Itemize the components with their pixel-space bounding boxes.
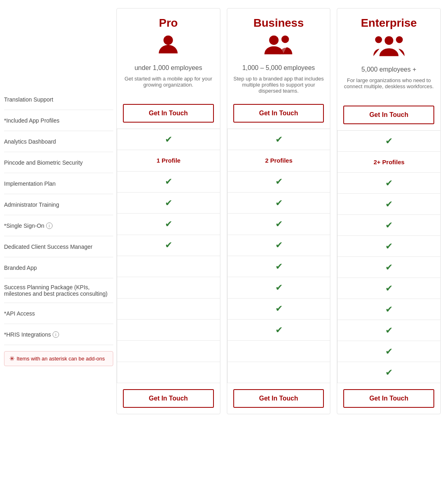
plan-header-pro: Pro under 1,000 employeesGet started wit… xyxy=(117,8,220,129)
cell-pro-client_success_manager xyxy=(117,277,220,298)
checkmark-icon: ✔ xyxy=(275,176,283,187)
feature-label-pincode_biometric: Pincode and Biometric Security xyxy=(4,152,113,173)
checkmark-icon: ✔ xyxy=(385,262,393,273)
checkmark-icon: ✔ xyxy=(385,283,393,294)
cell-enterprise-success_planning: ✔ xyxy=(337,320,440,341)
plan-employees-pro: under 1,000 employees xyxy=(123,64,214,72)
plan-icon-pro xyxy=(123,34,214,59)
plan-description-pro: Get started with a mobile app for your g… xyxy=(123,76,214,98)
cell-enterprise-api_access: ✔ xyxy=(337,341,440,362)
cta-top-enterprise[interactable]: Get In Touch xyxy=(343,106,434,124)
checkmark-icon: ✔ xyxy=(275,240,283,250)
cell-pro-single_sign_on xyxy=(117,256,220,277)
plan-columns: Pro under 1,000 employeesGet started wit… xyxy=(113,8,444,414)
feature-label-branded_app: Branded App xyxy=(4,257,113,278)
cell-enterprise-app_profiles: 2+ Profiles xyxy=(337,152,440,173)
checkmark-icon: ✔ xyxy=(275,261,283,272)
cell-business-api_access xyxy=(227,341,330,362)
feature-labels: Translation Support*Included App Profile… xyxy=(4,89,113,345)
checkmark-icon: ✔ xyxy=(275,134,283,145)
plan-description-enterprise: For large organizations who need to conn… xyxy=(343,77,434,100)
info-icon[interactable]: i xyxy=(46,222,53,229)
plan-col-business: Business 1,000 – 5,000 employeesStep up … xyxy=(227,8,331,414)
checkmark-icon: ✔ xyxy=(385,346,393,357)
plan-name-business: Business xyxy=(233,17,324,30)
svg-point-2 xyxy=(281,36,289,43)
feature-label-administrator_training: Administrator Training xyxy=(4,194,113,215)
cell-pro-pincode_biometric: ✔ xyxy=(117,193,220,214)
cta-top-pro[interactable]: Get In Touch xyxy=(123,104,214,123)
cell-business-branded_app: ✔ xyxy=(227,299,330,320)
cell-pro-success_planning xyxy=(117,320,220,341)
cell-business-analytics_dashboard: ✔ xyxy=(227,172,330,193)
checkmark-icon: ✔ xyxy=(165,219,172,229)
checkmark-icon: ✔ xyxy=(385,325,393,336)
feature-label-implementation_plan: Implementation Plan xyxy=(4,173,113,194)
cell-enterprise-translation_support: ✔ xyxy=(337,131,440,152)
cell-pro-hris_integrations xyxy=(117,362,220,383)
svg-point-1 xyxy=(269,36,279,45)
checkmark-icon: ✔ xyxy=(385,199,393,210)
cell-enterprise-pincode_biometric: ✔ xyxy=(337,194,440,215)
svg-point-4 xyxy=(375,36,382,43)
profile-text: 2 Profiles xyxy=(265,157,293,164)
cell-pro-implementation_plan: ✔ xyxy=(117,214,220,235)
cell-pro-translation_support: ✔ xyxy=(117,129,220,150)
cell-enterprise-single_sign_on: ✔ xyxy=(337,257,440,278)
checkmark-icon: ✔ xyxy=(275,219,283,229)
cell-business-administrator_training: ✔ xyxy=(227,235,330,256)
plan-header-enterprise: Enterprise 5,000 employees +For large or… xyxy=(337,8,440,131)
cell-enterprise-administrator_training: ✔ xyxy=(337,236,440,257)
feature-label-hris_integrations: *HRIS Integrationsi xyxy=(4,324,113,345)
cell-business-hris_integrations xyxy=(227,362,330,383)
cell-business-app_profiles: 2 Profiles xyxy=(227,150,330,171)
checkmark-icon: ✔ xyxy=(385,304,393,315)
bottom-cta-wrapper-enterprise: Get In Touch xyxy=(337,383,440,414)
plan-name-enterprise: Enterprise xyxy=(343,17,434,30)
cta-bottom-enterprise[interactable]: Get In Touch xyxy=(343,389,434,408)
cell-business-implementation_plan: ✔ xyxy=(227,214,330,235)
cell-business-translation_support: ✔ xyxy=(227,129,330,150)
checkmark-icon: ✔ xyxy=(385,241,393,252)
svg-point-3 xyxy=(385,36,393,44)
plan-col-pro: Pro under 1,000 employeesGet started wit… xyxy=(116,8,220,414)
plan-col-enterprise: Enterprise 5,000 employees +For large or… xyxy=(337,8,441,414)
feature-label-app_profiles: *Included App Profiles xyxy=(4,110,113,131)
asterisk-star-icon: ✳ xyxy=(9,355,15,362)
cta-top-business[interactable]: Get In Touch xyxy=(233,104,324,123)
checkmark-icon: ✔ xyxy=(385,220,393,231)
svg-point-5 xyxy=(396,36,403,43)
plan-employees-business: 1,000 – 5,000 employees xyxy=(233,64,324,72)
checkmark-icon: ✔ xyxy=(165,176,172,187)
checkmark-icon: ✔ xyxy=(165,198,172,208)
asterisk-note-text: Items with an asterisk can be add-ons xyxy=(17,356,105,362)
checkmark-icon: ✔ xyxy=(275,282,283,293)
checkmark-icon: ✔ xyxy=(275,325,283,335)
cell-business-pincode_biometric: ✔ xyxy=(227,193,330,214)
checkmark-icon: ✔ xyxy=(165,240,172,250)
profile-text: 2+ Profiles xyxy=(374,159,404,165)
checkmark-icon: ✔ xyxy=(275,198,283,208)
cell-pro-app_profiles: 1 Profile xyxy=(117,150,220,171)
cell-enterprise-client_success_manager: ✔ xyxy=(337,278,440,299)
cta-bottom-business[interactable]: Get In Touch xyxy=(233,389,324,408)
cta-bottom-pro[interactable]: Get In Touch xyxy=(123,389,214,408)
cell-pro-branded_app xyxy=(117,299,220,320)
feature-label-single_sign_on: *Single Sign-Oni xyxy=(4,215,113,236)
cell-business-single_sign_on: ✔ xyxy=(227,256,330,277)
feature-label-translation_support: Translation Support xyxy=(4,89,113,110)
feature-label-client_success_manager: Dedicated Client Success Manager xyxy=(4,236,113,257)
checkmark-icon: ✔ xyxy=(385,367,393,378)
checkmark-icon: ✔ xyxy=(275,303,283,314)
bottom-cta-wrapper-pro: Get In Touch xyxy=(117,383,220,414)
plan-name-pro: Pro xyxy=(123,17,214,30)
info-icon[interactable]: i xyxy=(53,331,59,338)
cell-pro-api_access xyxy=(117,341,220,362)
feature-label-api_access: *API Access xyxy=(4,303,113,324)
plan-description-business: Step up to a branded app that includes m… xyxy=(233,76,324,98)
cell-enterprise-hris_integrations: ✔ xyxy=(337,362,440,383)
cell-pro-administrator_training: ✔ xyxy=(117,235,220,256)
checkmark-icon: ✔ xyxy=(385,178,393,189)
cell-pro-analytics_dashboard: ✔ xyxy=(117,172,220,193)
feature-label-success_planning: Success Planning Package (KPIs, mileston… xyxy=(4,278,113,303)
